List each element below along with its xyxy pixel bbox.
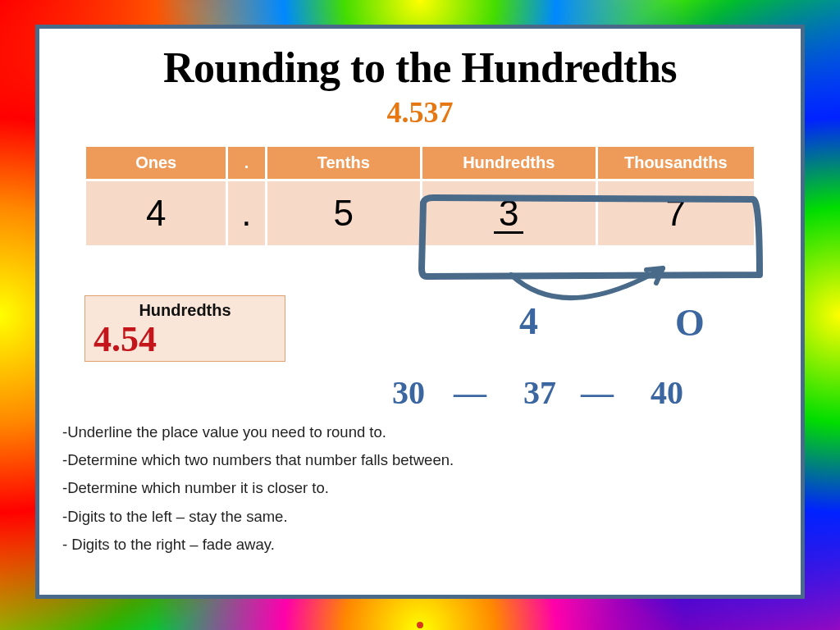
cell-thousandths: 7 xyxy=(598,181,755,245)
handwriting-forty: 40 xyxy=(651,373,683,412)
handwriting-dash-2: — xyxy=(581,373,610,412)
step-3: -Determine which number it is closer to. xyxy=(62,474,454,502)
slide-subtitle: 4.537 xyxy=(39,95,801,130)
header-ones: Ones xyxy=(86,147,226,179)
cell-hundredths: 3 xyxy=(422,181,596,245)
step-5: - Digits to the right – fade away. xyxy=(62,531,454,559)
cell-ones: 4 xyxy=(86,181,226,245)
handwriting-thirtyseven: 37 xyxy=(523,373,556,412)
handwriting-thirty: 30 xyxy=(392,373,425,412)
table-value-row: 4 . 5 3 7 xyxy=(86,181,754,245)
cell-tenths: 5 xyxy=(267,181,420,245)
cell-dot: . xyxy=(228,181,264,245)
answer-box: Hundredths 4.54 xyxy=(84,295,285,362)
swoop-arrow xyxy=(511,268,663,298)
answer-value: 4.54 xyxy=(94,322,276,358)
step-1: -Underline the place value you need to r… xyxy=(62,418,454,446)
steps-list: -Underline the place value you need to r… xyxy=(62,418,454,559)
swoop-arrow-head xyxy=(646,268,663,283)
header-hundredths: Hundredths xyxy=(422,147,596,179)
step-4: -Digits to the left – stay the same. xyxy=(62,503,454,531)
underlined-digit: 3 xyxy=(494,195,523,234)
table-header-row: Ones . Tenths Hundredths Thousandths xyxy=(86,147,754,179)
header-tenths: Tenths xyxy=(267,147,420,179)
record-indicator-icon xyxy=(417,622,423,628)
handwriting-dash-1: — xyxy=(454,373,483,412)
handwriting-zero: O xyxy=(675,301,705,345)
answer-label: Hundredths xyxy=(94,301,276,320)
header-thousandths: Thousandths xyxy=(598,147,755,179)
slide-card: Rounding to the Hundredths 4.537 Ones . … xyxy=(35,25,805,599)
header-dot: . xyxy=(228,147,264,179)
slide-title: Rounding to the Hundredths xyxy=(39,43,801,92)
step-2: -Determine which two numbers that number… xyxy=(62,446,454,474)
handwriting-four: 4 xyxy=(519,299,538,343)
place-value-table: Ones . Tenths Hundredths Thousandths 4 .… xyxy=(84,144,756,248)
